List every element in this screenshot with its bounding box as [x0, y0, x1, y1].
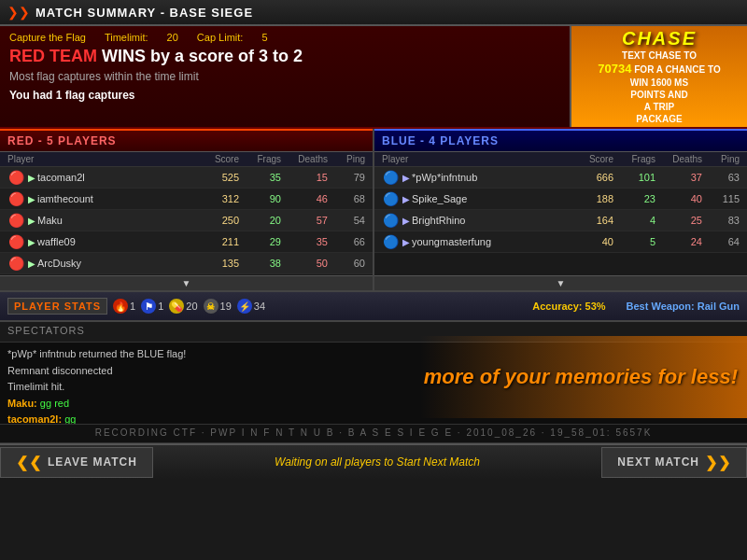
- player-score: 666: [567, 172, 613, 183]
- winner-row: Red Team WINS by a score of 3 to 2: [9, 47, 560, 66]
- red-scroll-down[interactable]: ▼: [0, 275, 373, 290]
- red-player-row[interactable]: 🔴 ▶ tacoman2l 525 35 15 79: [0, 167, 373, 189]
- player-deaths: 15: [281, 172, 328, 183]
- player-avatar: 🔵: [382, 212, 399, 229]
- player-name: *pWp*infntnub: [412, 172, 567, 183]
- player-name: waffle09: [37, 236, 192, 247]
- col-deaths-blue: Deaths: [655, 154, 702, 164]
- player-score: 188: [567, 193, 613, 204]
- red-player-row[interactable]: 🔴 ▶ Maku 250 20 57 54: [0, 210, 373, 231]
- best-weapon-value: Rail Gun: [698, 301, 740, 312]
- player-ping: 79: [328, 172, 365, 183]
- player-frags: 4: [613, 215, 655, 226]
- player-deaths: 40: [655, 193, 702, 204]
- player-avatar: 🔴: [7, 212, 24, 229]
- player-stats-bar: PLAYER STATS 🔥 1 ⚑ 1 💊 20 ☠ 19 ⚡ 34 Accu…: [0, 292, 747, 322]
- col-ping-blue: Ping: [702, 154, 740, 164]
- chat-line: Remnant disconnected: [7, 363, 740, 380]
- player-ping: 64: [702, 236, 740, 247]
- red-team-table: RED - 5 PLAYERS Player Score Frags Death…: [0, 129, 374, 290]
- player-frags: 101: [613, 172, 655, 183]
- player-ping: 54: [328, 215, 365, 226]
- chat-line: tacoman2l: gg: [7, 412, 740, 425]
- fire-circle: 🔥: [113, 299, 128, 314]
- blue-players-list: 🔵 ▶ *pWp*infntnub 666 101 37 63 🔵 ▶ Spik…: [374, 167, 747, 275]
- player-avatar: 🔴: [7, 190, 24, 207]
- accuracy-value: 53%: [585, 301, 606, 312]
- player-score: 525: [192, 172, 239, 183]
- player-frags: 20: [239, 215, 281, 226]
- blue-scroll-down[interactable]: ▼: [374, 275, 747, 290]
- blue-player-row[interactable]: 🔵 ▶ Spike_Sage 188 23 40 115: [374, 189, 747, 210]
- ad-text: TEXT CHASE TO 70734 FOR A CHANCE TO WIN …: [598, 49, 720, 126]
- player-score: 164: [567, 215, 613, 226]
- player-name: youngmasterfung: [412, 236, 567, 247]
- win-desc-text: WINS by a score of 3 to 2: [102, 47, 303, 65]
- ad-box: CHASE TEXT CHASE TO 70734 FOR A CHANCE T…: [571, 26, 747, 127]
- player-frags: 35: [239, 172, 281, 183]
- blue-player-row[interactable]: 🔵 ▶ youngmasterfung 40 5 24 64: [374, 231, 747, 253]
- player-deaths: 50: [281, 258, 328, 269]
- blue-team-table: BLUE - 4 PLAYERS Player Score Frags Deat…: [374, 129, 747, 290]
- player-score: 40: [567, 236, 613, 247]
- winner-team: Red Team: [9, 47, 97, 65]
- red-players-list: 🔴 ▶ tacoman2l 525 35 15 79 🔴 ▶ iamthecou…: [0, 167, 373, 275]
- match-info-left: Capture the Flag Timelimit: 20 Cap Limit…: [0, 26, 570, 127]
- player-ping: 63: [702, 172, 740, 183]
- match-status: Waiting on all players to Start Next Mat…: [153, 455, 601, 469]
- player-name: iamthecount: [37, 193, 192, 204]
- chat-player: tacoman2l:: [7, 413, 62, 425]
- col-frags-red: Frags: [239, 154, 281, 164]
- red-player-row[interactable]: 🔴 ▶ ArcDusky 135 38 50 60: [0, 253, 373, 274]
- next-match-label: NEXT MATCH: [617, 455, 699, 469]
- player-avatar: 🔵: [382, 169, 399, 186]
- blue-player-row[interactable]: 🔵 ▶ BrightRhino 164 4 25 83: [374, 210, 747, 231]
- leave-arrow-left: ❮❮: [16, 454, 42, 471]
- red-player-row[interactable]: 🔴 ▶ iamthecount 312 90 46 68: [0, 189, 373, 210]
- player-avatar: 🔵: [382, 233, 399, 250]
- col-ping-red: Ping: [328, 154, 365, 164]
- player-ping: 115: [702, 193, 740, 204]
- stat-icon3-value: 20: [186, 301, 197, 312]
- match-info: Capture the Flag Timelimit: 20 Cap Limit…: [0, 26, 747, 129]
- ammo-circle: ⚡: [237, 299, 252, 314]
- chat-line: *pWp* infntnub returned the BLUE flag!: [7, 346, 740, 363]
- spectators-label: SPECTATORS: [7, 325, 85, 336]
- spectators-bar: SPECTATORS: [0, 322, 747, 343]
- blue-table-columns: Player Score Frags Deaths Ping: [374, 152, 747, 167]
- stat-icon4-value: 19: [220, 301, 232, 312]
- player-ping: 60: [328, 258, 365, 269]
- stat-ammo-icon: ⚡ 34: [237, 299, 265, 314]
- player-deaths: 37: [655, 172, 702, 183]
- blue-player-row[interactable]: 🔵 ▶ *pWp*infntnub 666 101 37 63: [374, 167, 747, 189]
- stat-skull-icon: ☠ 19: [204, 299, 232, 314]
- player-ping: 83: [702, 215, 740, 226]
- header: ❯❯ MATCH SUMMARY - Base Siege: [0, 0, 747, 26]
- player-deaths: 24: [655, 236, 702, 247]
- header-title: MATCH SUMMARY - Base Siege: [35, 6, 253, 20]
- player-score: 135: [192, 258, 239, 269]
- player-deaths: 35: [281, 236, 328, 247]
- red-player-row[interactable]: 🔴 ▶ waffle09 211 29 35 66: [0, 231, 373, 253]
- leave-match-button[interactable]: ❮❮ LEAVE MATCH: [0, 447, 153, 478]
- flag-captures: You had 1 flag captures: [9, 89, 560, 102]
- col-frags-blue: Frags: [613, 154, 655, 164]
- player-name: Spike_Sage: [412, 193, 567, 204]
- player-stats-label: PLAYER STATS: [7, 298, 107, 315]
- health-circle: 💊: [169, 299, 184, 314]
- match-mode: Capture the Flag: [9, 32, 86, 43]
- col-player-red: Player: [7, 154, 192, 164]
- stat-icon5-value: 34: [254, 301, 265, 312]
- chat-area: *pWp* infntnub returned the BLUE flag!Re…: [0, 343, 747, 425]
- stat-icon1-value: 1: [130, 301, 135, 312]
- next-match-button[interactable]: NEXT MATCH ❯❯: [601, 447, 747, 478]
- player-score: 312: [192, 193, 239, 204]
- player-deaths: 46: [281, 193, 328, 204]
- player-ping: 66: [328, 236, 365, 247]
- player-avatar: 🔴: [7, 255, 24, 272]
- player-avatar: 🔵: [382, 190, 399, 207]
- col-score-red: Score: [192, 154, 239, 164]
- cap-limit-value: 5: [261, 32, 267, 43]
- stat-flag-icon: ⚑ 1: [141, 299, 163, 314]
- red-table-columns: Player Score Frags Deaths Ping: [0, 152, 373, 167]
